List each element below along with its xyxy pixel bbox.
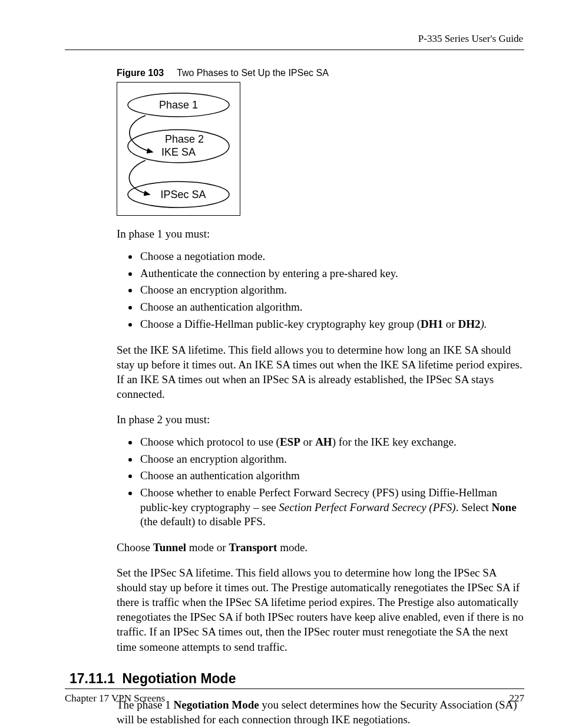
page-footer: Chapter 17 VPN Screens 227 (65, 689, 524, 704)
list-item: Authenticate the connection by entering … (139, 266, 524, 281)
footer-chapter: Chapter 17 VPN Screens (65, 693, 165, 704)
list-item: Choose a Diffie-Hellman public-key crypt… (139, 317, 524, 332)
figure-caption: Figure 103 Two Phases to Set Up the IPSe… (117, 68, 524, 78)
phases-diagram-svg: Phase 1 Phase 2 IKE SA IPSec SA (117, 83, 240, 215)
phase1-intro: In phase 1 you must: (117, 226, 524, 241)
header-guide-title: P-335 Series User's Guide (65, 33, 524, 45)
figure-label: Figure 103 (117, 68, 164, 78)
phase2-list: Choose which protocol to use (ESP or AH)… (117, 435, 524, 529)
list-item: Choose an encryption algorithm. (139, 283, 524, 298)
ipsec-lifetime-para: Set the IPSec SA lifetime. This field al… (117, 565, 524, 654)
ike-lifetime-para: Set the IKE SA lifetime. This field allo… (117, 342, 524, 401)
list-item: Choose an authentication algorithm (139, 469, 524, 483)
figure-diagram: Phase 1 Phase 2 IKE SA IPSec SA (117, 82, 240, 216)
content-body: Figure 103 Two Phases to Set Up the IPSe… (117, 68, 524, 727)
phase2-intro: In phase 2 you must: (117, 412, 524, 427)
figure-title: Two Phases to Set Up the IPSec SA (177, 68, 329, 78)
diagram-text-phase2: Phase 2 (165, 133, 204, 145)
footer-rule (65, 689, 524, 689)
mode-choice-para: Choose Tunnel mode or Transport mode. (117, 540, 524, 555)
diagram-text-phase1: Phase 1 (159, 99, 198, 111)
diagram-text-ikesa: IKE SA (161, 146, 196, 158)
list-item: Choose an encryption algorithm. (139, 452, 524, 467)
document-page: P-335 Series User's Guide Figure 103 Two… (0, 0, 562, 728)
footer-page-number: 227 (510, 693, 525, 704)
section-heading: 17.11.1 Negotiation Mode (70, 671, 524, 687)
diagram-text-ipsec: IPSec SA (160, 189, 206, 200)
list-item: Choose which protocol to use (ESP or AH)… (139, 435, 524, 450)
list-item: Choose whether to enable Perfect Forward… (139, 486, 524, 529)
phase1-list: Choose a negotiation mode. Authenticate … (117, 249, 524, 331)
list-item: Choose an authentication algorithm. (139, 300, 524, 315)
header-rule (65, 50, 524, 50)
section-number: 17.11.1 (70, 671, 115, 686)
section-title: Negotiation Mode (123, 671, 236, 686)
list-item: Choose a negotiation mode. (139, 249, 524, 264)
